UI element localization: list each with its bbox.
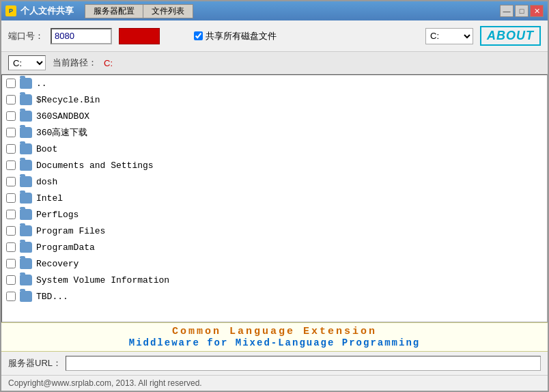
file-name: .. — [36, 79, 47, 89]
list-item[interactable]: Program Files — [2, 223, 547, 239]
window-controls: — □ ✕ — [500, 5, 544, 17]
folder-icon — [20, 78, 32, 89]
file-checkbox[interactable] — [6, 292, 16, 301]
toolbar: 端口号： 共享所有磁盘文件 C: D: E: ABOUT — [1, 20, 548, 52]
about-button[interactable]: ABOUT — [480, 26, 541, 46]
file-checkbox[interactable] — [6, 95, 16, 104]
banner-line2: Middleware for Mixed-Language Programmin… — [1, 337, 548, 348]
file-checkbox[interactable] — [6, 275, 16, 285]
folder-icon — [20, 291, 32, 302]
banner-line1: Common Language Extension — [1, 326, 548, 337]
file-name: 360高速下载 — [36, 126, 87, 139]
list-item[interactable]: PerfLogs — [2, 206, 547, 223]
folder-icon — [20, 275, 32, 285]
list-item[interactable]: System Volume Information — [2, 272, 547, 288]
file-checkbox[interactable] — [6, 79, 16, 88]
list-item[interactable]: 360高速下载 — [2, 124, 547, 141]
file-list-container[interactable]: ..$Recycle.Bin360SANDBOX360高速下载BootDocum… — [1, 74, 548, 322]
server-url-bar: 服务器URL： — [1, 352, 548, 375]
folder-icon — [20, 209, 32, 220]
main-window: P 个人文件共享 服务器配置 文件列表 — □ ✕ 端口号： 共享所有磁盘文件 … — [0, 0, 549, 392]
file-name: TBD... — [36, 292, 68, 302]
server-url-label: 服务器URL： — [8, 357, 61, 369]
current-drive-select[interactable]: C: D: — [8, 55, 46, 70]
file-name: System Volume Information — [36, 275, 169, 285]
share-all-checkbox[interactable] — [194, 31, 203, 40]
file-checkbox[interactable] — [6, 111, 16, 121]
share-all-label[interactable]: 共享所有磁盘文件 — [194, 30, 277, 42]
file-checkbox[interactable] — [6, 242, 16, 252]
tab-file-list[interactable]: 文件列表 — [143, 4, 193, 18]
window-icon: P — [5, 5, 16, 16]
file-checkbox[interactable] — [6, 128, 16, 137]
status-bar: Copyright@www.srplab.com, 2013. All righ… — [1, 375, 548, 391]
close-button[interactable]: ✕ — [530, 5, 544, 17]
file-name: PerfLogs — [36, 210, 79, 220]
list-item[interactable]: TBD... — [2, 288, 547, 305]
maximize-button[interactable]: □ — [515, 5, 529, 17]
file-name: Recovery — [36, 259, 79, 269]
minimize-button[interactable]: — — [500, 5, 513, 17]
file-checkbox[interactable] — [6, 160, 16, 170]
list-item[interactable]: Documents and Settings — [2, 157, 547, 173]
current-path-value: C: — [104, 58, 113, 68]
path-bar: C: D: 当前路径： C: — [1, 52, 548, 74]
folder-icon — [20, 225, 32, 236]
folder-icon — [20, 160, 32, 171]
tab-server-config[interactable]: 服务器配置 — [85, 4, 143, 18]
folder-icon — [20, 242, 32, 253]
title-bar: P 个人文件共享 服务器配置 文件列表 — □ ✕ — [1, 1, 548, 20]
file-name: ProgramData — [36, 242, 95, 253]
folder-icon — [20, 258, 32, 269]
file-checkbox[interactable] — [6, 177, 16, 186]
list-item[interactable]: Recovery — [2, 255, 547, 272]
file-checkbox[interactable] — [6, 193, 16, 203]
file-name: Program Files — [36, 226, 105, 236]
list-item[interactable]: Boot — [2, 141, 547, 157]
list-item[interactable]: $Recycle.Bin — [2, 92, 547, 108]
list-item[interactable]: 360SANDBOX — [2, 108, 547, 124]
file-name: Intel — [36, 193, 63, 204]
status-indicator — [119, 28, 160, 44]
file-checkbox[interactable] — [6, 226, 16, 236]
folder-icon — [20, 176, 32, 187]
port-input[interactable] — [51, 28, 112, 44]
folder-icon — [20, 94, 32, 105]
file-checkbox[interactable] — [6, 210, 16, 219]
title-bar-left: P 个人文件共享 服务器配置 文件列表 — [5, 4, 193, 18]
current-path-label: 当前路径： — [53, 57, 97, 69]
folder-icon — [20, 127, 32, 138]
copyright-text: Copyright@www.srplab.com, 2013. All righ… — [8, 378, 202, 388]
list-item[interactable]: Intel — [2, 190, 547, 206]
folder-icon — [20, 143, 32, 154]
file-list: ..$Recycle.Bin360SANDBOX360高速下载BootDocum… — [2, 75, 547, 305]
bottom-banner: Common Language Extension Middleware for… — [1, 322, 548, 352]
window-title: 个人文件共享 — [20, 5, 74, 17]
list-item[interactable]: dosh — [2, 173, 547, 190]
file-checkbox[interactable] — [6, 259, 16, 268]
file-name: 360SANDBOX — [36, 111, 89, 122]
folder-icon — [20, 193, 32, 204]
drive-select[interactable]: C: D: E: — [425, 28, 473, 44]
file-name: Documents and Settings — [36, 160, 154, 171]
file-checkbox[interactable] — [6, 144, 16, 154]
folder-icon — [20, 111, 32, 122]
file-name: $Recycle.Bin — [36, 95, 100, 105]
list-item[interactable]: .. — [2, 75, 547, 92]
file-name: dosh — [36, 177, 57, 187]
list-item[interactable]: ProgramData — [2, 239, 547, 255]
port-label: 端口号： — [8, 30, 44, 42]
file-name: Boot — [36, 144, 57, 154]
server-url-input[interactable] — [66, 356, 541, 371]
